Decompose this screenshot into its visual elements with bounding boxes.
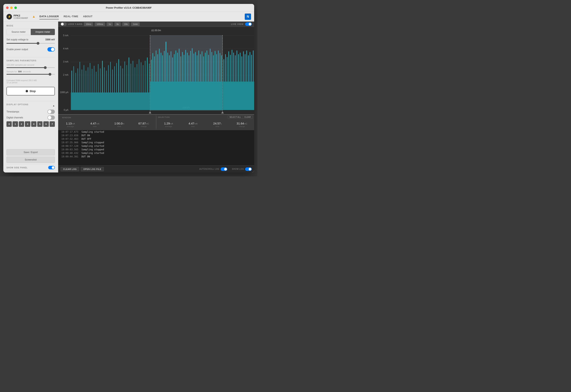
clear-log-button[interactable]: CLEAR LOG [60,167,79,171]
tab-real-time[interactable]: REAL-TIME [63,14,78,19]
svg-rect-59 [149,64,150,92]
main-panel: LOCK Y-AXIS 10ms 100ms 1s 3s 10s 1min LI… [58,22,254,173]
svg-rect-96 [208,55,209,82]
clear-selection-button[interactable]: CLEAR [243,116,253,119]
time-3s-button[interactable]: 3s [114,22,121,26]
channel-5-button[interactable]: 5 [37,121,43,127]
svg-rect-58 [147,58,148,93]
maximize-button[interactable] [14,6,17,9]
channel-7-button[interactable]: 7 [50,121,55,127]
window-stats-section: WINDOW 1.13mA average 4.47 [58,115,156,130]
time-1min-button[interactable]: 1min [131,22,140,26]
svg-rect-31 [92,69,92,93]
period-info: 10 µs period [6,82,55,84]
svg-rect-115 [238,54,239,82]
device-name: PPK2 [14,14,28,17]
nordic-logo: N [245,14,251,20]
sampling-label: SAMPLING PARAMETERS [6,59,55,62]
log-message-2: DUT OFF [82,138,91,140]
window-max-stat: 4.47mA max [83,119,107,130]
stop-icon [26,90,28,92]
select-all-button[interactable]: SELECT ALL [228,116,243,119]
svg-rect-39 [108,65,109,93]
log-time-1: 19:07:23.658 [61,134,78,137]
time-1s-button[interactable]: 1s [107,22,113,26]
window-stats-header: WINDOW [60,116,71,119]
svg-rect-86 [192,48,192,82]
log-time-3: 19:07:35.966 [61,141,78,144]
lock-y-axis-label: LOCK Y-AXIS [68,23,82,25]
svg-rect-77 [177,53,178,82]
duration-slider-fill [6,74,50,75]
stats-bar: WINDOW 1.13mA average 4.47 [58,115,254,130]
open-log-file-button[interactable]: OPEN LOG FILE [81,167,104,171]
svg-rect-55 [141,62,141,92]
power-output-toggle[interactable] [47,47,55,52]
device-text: PPK2 CC8B4C68A90F [14,14,28,19]
mode-label: MODE [6,25,55,27]
svg-rect-102 [218,51,219,82]
svg-rect-105 [223,82,254,110]
time-100ms-button[interactable]: 100ms [95,22,105,26]
screenshot-button[interactable]: Screenshot [6,157,55,163]
chevron-up-icon[interactable]: ▲ [53,104,55,107]
power-output-label: Enable power output [6,48,28,51]
ram-estimate: Estimated RAM required 200.0 MB [6,79,55,82]
channel-4-button[interactable]: 4 [31,121,36,127]
log-message-3: Sampling stopped [82,141,104,144]
svg-rect-70 [166,42,166,82]
samples-slider[interactable] [6,67,55,68]
close-button[interactable] [6,6,9,9]
tab-about[interactable]: ABOUT [83,14,93,19]
svg-rect-54 [139,59,139,93]
svg-rect-53 [137,64,137,92]
svg-rect-61 [151,60,152,82]
ampere-meter-button[interactable]: Ampere meter [31,29,55,35]
selection-max-stat: 4.47mA max [181,119,205,130]
tab-data-logger[interactable]: DATA LOGGER [39,14,59,19]
selection-max-value: 4.47mA [188,122,198,125]
sampling-params: 100,000 samples per second Sample for 50… [6,64,55,77]
svg-rect-63 [154,57,155,82]
digital-channels-toggle[interactable] [47,116,55,120]
minimize-button[interactable] [10,6,13,9]
autoscroll-toggle[interactable] [221,167,227,171]
source-meter-button[interactable]: Source meter [6,29,31,35]
time-10ms-button[interactable]: 10ms [84,22,93,26]
live-view-toggle[interactable] [245,22,252,26]
svg-rect-78 [179,49,180,82]
svg-text:1000 µA: 1000 µA [60,91,68,94]
window-max-value: 4.47mA [90,122,99,125]
lock-toggle-switch[interactable] [60,22,67,26]
channel-1-button[interactable]: 1 [13,121,18,127]
lock-y-axis-toggle[interactable]: LOCK Y-AXIS [60,22,82,26]
show-log-toggle[interactable] [245,167,252,171]
svg-rect-25 [80,62,80,92]
svg-rect-110 [230,55,231,82]
channel-6-button[interactable]: 6 [43,121,49,127]
time-10s-button[interactable]: 10s [122,22,130,26]
select-all-clear-buttons: SELECT ALL CLEAR [228,115,254,119]
chart-canvas[interactable]: 5 mA 4 mA 3 mA 2 mA 1000 µA 0 µA Δ1:00.0… [58,27,254,115]
channel-2-button[interactable]: 2 [19,121,24,127]
timestamps-toggle[interactable] [47,110,55,114]
ram-info: Estimated RAM required 200.0 MB 10 µs pe… [6,79,55,84]
show-side-panel-toggle[interactable] [48,166,55,169]
svg-rect-28 [86,71,86,93]
stop-button[interactable]: Stop [6,87,55,95]
channel-3-button[interactable]: 3 [25,121,30,127]
svg-rect-66 [159,49,160,82]
log-time-2: 19:07:32.463 [61,138,78,140]
channel-0-button[interactable]: 0 [6,121,12,127]
selection-stats-items: 1.29mA average 4.47mA max [156,119,254,130]
svg-rect-83 [187,53,187,82]
duration-slider[interactable] [6,74,55,75]
voltage-slider[interactable] [6,42,55,45]
svg-rect-108 [227,57,227,82]
log-time-6: 19:09:40.432 [61,152,78,154]
svg-rect-113 [235,56,236,82]
log-area[interactable]: 19:07:17.673 Sampling started 19:07:23.6… [58,130,254,165]
device-info: ⚡ PPK2 CC8B4C68A90F [6,14,28,19]
save-export-button[interactable]: Save / Export [6,149,55,155]
digital-channels-toggle-thumb [48,116,51,119]
